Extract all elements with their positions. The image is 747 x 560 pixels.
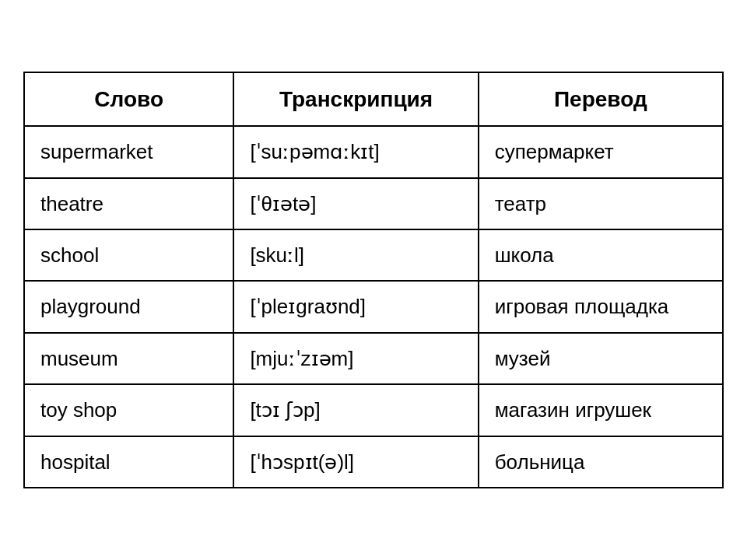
cell-word: playground: [24, 281, 233, 332]
cell-translation: супермаркет: [479, 126, 723, 177]
cell-word: supermarket: [24, 126, 233, 177]
cell-translation: театр: [479, 178, 723, 229]
cell-word: theatre: [24, 178, 233, 229]
cell-word: museum: [24, 333, 233, 384]
cell-transcription: [tɔɪ ʃɔp]: [233, 384, 478, 436]
table-row: museum[mjuːˈzɪəm]музей: [24, 333, 723, 384]
cell-word: hospital: [24, 436, 233, 488]
cell-transcription: [ˈθɪətə]: [233, 178, 478, 229]
table-row: school[skuːl]школа: [24, 229, 723, 281]
table-row: playground[ˈpleɪgraʊnd]игровая площадка: [24, 281, 723, 332]
cell-transcription: [mjuːˈzɪəm]: [233, 333, 478, 384]
cell-translation: больница: [479, 436, 723, 488]
header-word: Слово: [24, 72, 233, 126]
table-row: theatre[ˈθɪətə]театр: [24, 178, 723, 229]
cell-transcription: [skuːl]: [233, 229, 478, 281]
cell-transcription: [ˈsuːpəmɑːkɪt]: [233, 126, 478, 177]
cell-transcription: [ˈpleɪgraʊnd]: [233, 281, 478, 332]
cell-word: school: [24, 229, 233, 281]
cell-translation: игровая площадка: [479, 281, 723, 332]
cell-translation: музей: [479, 333, 723, 384]
table-row: supermarket[ˈsuːpəmɑːkɪt]супермаркет: [24, 126, 723, 177]
table-row: hospital[ˈhɔspɪt(ə)l]больница: [24, 436, 723, 488]
header-translation: Перевод: [479, 72, 723, 126]
cell-word: toy shop: [24, 384, 233, 436]
cell-transcription: [ˈhɔspɪt(ə)l]: [233, 436, 478, 488]
table-row: toy shop[tɔɪ ʃɔp]магазин игрушек: [24, 384, 723, 436]
cell-translation: магазин игрушек: [479, 384, 723, 436]
vocabulary-table: Слово Транскрипция Перевод supermarket[ˈ…: [23, 72, 724, 488]
cell-translation: школа: [479, 229, 723, 281]
header-transcription: Транскрипция: [233, 72, 478, 126]
header-row: Слово Транскрипция Перевод: [24, 72, 723, 126]
vocabulary-table-container: Слово Транскрипция Перевод supermarket[ˈ…: [23, 72, 724, 488]
